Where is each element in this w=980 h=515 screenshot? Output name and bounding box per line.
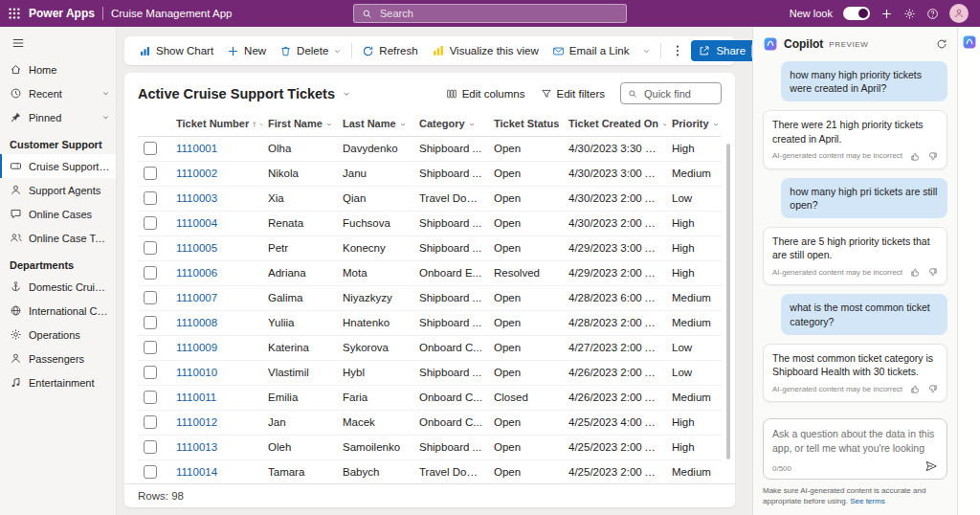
- global-search[interactable]: [353, 4, 627, 23]
- row-checkbox[interactable]: [144, 241, 157, 255]
- email-link-button[interactable]: Email a Link: [546, 39, 636, 62]
- sidebar-item-pinned[interactable]: Pinned: [0, 105, 116, 129]
- table-row[interactable]: 1110002NikolaJanuShipboard ...Open4/30/2…: [138, 161, 722, 186]
- help-icon[interactable]: [926, 8, 939, 20]
- sidebar-item-entertainment[interactable]: Entertainment: [0, 370, 116, 394]
- quick-find[interactable]: [620, 82, 722, 104]
- row-checkbox[interactable]: [144, 316, 157, 329]
- sidebar-item-support-agents[interactable]: Support Agents: [0, 178, 116, 202]
- ticket-number-link[interactable]: 1110002: [176, 168, 217, 179]
- table-row[interactable]: 1110014TamaraBabychTravel Docu...Open4/2…: [138, 459, 722, 483]
- ticket-number-link[interactable]: 1110007: [176, 292, 217, 303]
- sidebar-item-passengers[interactable]: Passengers: [0, 347, 116, 370]
- copilot-toggle-icon[interactable]: [962, 34, 977, 50]
- table-row[interactable]: 1110011EmiliaFariaOnboard C...Closed4/26…: [138, 385, 722, 410]
- ticket-number-link[interactable]: 1110013: [176, 441, 217, 453]
- row-checkbox[interactable]: [144, 415, 157, 429]
- table-row[interactable]: 1110009KaterinaSykorovaOnboard C...Open4…: [138, 335, 722, 360]
- row-checkbox[interactable]: [144, 366, 157, 379]
- quick-find-input[interactable]: [642, 87, 709, 101]
- show-chart-label: Show Chart: [156, 45, 213, 56]
- table-row[interactable]: 1110004RenataFuchsovaShipboard ...Open4/…: [138, 211, 722, 235]
- more-commands-button[interactable]: [664, 39, 691, 62]
- sidebar-item-online-cases[interactable]: Online Cases: [0, 202, 116, 226]
- column-header-last-name[interactable]: Last Name: [337, 111, 413, 136]
- thumbs-down-icon[interactable]: [927, 151, 938, 162]
- show-chart-button[interactable]: Show Chart: [132, 39, 220, 62]
- table-row[interactable]: 1110006AdrianaMotaOnboard E...Resolved4/…: [138, 260, 722, 285]
- row-checkbox[interactable]: [144, 142, 157, 155]
- ticket-number-link[interactable]: 1110011: [176, 392, 216, 403]
- edit-filters-button[interactable]: Edit filters: [541, 88, 606, 100]
- waffle-menu-button[interactable]: [0, 0, 29, 27]
- thumbs-up-icon[interactable]: [910, 384, 921, 394]
- view-selector[interactable]: Active Cruise Support Tickets: [138, 86, 351, 101]
- new-button[interactable]: New: [220, 39, 273, 62]
- ticket-number-link[interactable]: 1110012: [176, 416, 217, 428]
- sidebar-item-cruise-support-tickets[interactable]: Cruise Support Tickets: [0, 154, 116, 178]
- table-row[interactable]: 1110003XiaQianTravel Docu...Open4/30/202…: [138, 186, 722, 211]
- ticket-number-link[interactable]: 1110001: [176, 143, 217, 154]
- column-header-ticket-status[interactable]: Ticket Status: [488, 111, 563, 136]
- global-search-input[interactable]: [378, 7, 618, 20]
- row-checkbox[interactable]: [144, 465, 157, 479]
- copilot-messages: how many high priority tickets were crea…: [753, 57, 957, 414]
- column-header-ticket-created-on[interactable]: Ticket Created On: [563, 111, 666, 136]
- column-header-first-name[interactable]: First Name: [262, 111, 337, 136]
- column-header-priority[interactable]: Priority: [666, 111, 722, 136]
- ticket-number-link[interactable]: 1110004: [176, 217, 217, 229]
- visualize-view-button[interactable]: Visualize this view: [425, 39, 546, 62]
- sidebar-item-operations[interactable]: Operations: [0, 323, 116, 347]
- refresh-button[interactable]: Refresh: [355, 39, 424, 62]
- sidebar-item-domestic-cruises[interactable]: Domestic Cruises: [0, 275, 116, 299]
- add-icon[interactable]: [880, 8, 893, 20]
- copilot-input[interactable]: [772, 427, 938, 458]
- thumbs-down-icon[interactable]: [927, 267, 938, 278]
- settings-icon[interactable]: [903, 8, 916, 20]
- column-header-category[interactable]: Category: [413, 111, 488, 136]
- row-checkbox[interactable]: [144, 440, 157, 454]
- row-checkbox[interactable]: [144, 266, 157, 280]
- ticket-number-link[interactable]: 1110010: [176, 367, 217, 378]
- table-row[interactable]: 1110007GalimaNiyazkyzyShipboard ...Open4…: [138, 285, 722, 310]
- delete-button[interactable]: Delete: [273, 39, 348, 62]
- email-link-dropdown[interactable]: [635, 39, 657, 62]
- table-row[interactable]: 1110008YuliiaHnatenkoShipboard ...Open4/…: [138, 310, 722, 335]
- row-checkbox[interactable]: [144, 191, 157, 205]
- row-checkbox[interactable]: [144, 291, 157, 304]
- new-look-toggle[interactable]: [843, 7, 870, 20]
- app-name[interactable]: Power Apps: [29, 7, 95, 20]
- thumbs-up-icon[interactable]: [910, 267, 921, 278]
- sidebar-item-home[interactable]: Home: [0, 57, 116, 81]
- sidebar-item-recent[interactable]: Recent: [0, 81, 116, 105]
- table-scrollbar[interactable]: [726, 144, 730, 459]
- nav-toggle-button[interactable]: [2, 31, 34, 56]
- sidebar-item-online-case-teams[interactable]: Online Case Teams: [0, 226, 116, 250]
- restart-conversation-icon[interactable]: [936, 38, 947, 50]
- sidebar-item-international-cruises[interactable]: International Cruises: [0, 299, 116, 323]
- table-row[interactable]: 1110010VlastimilHyblShipboard ...Open4/2…: [138, 360, 722, 385]
- edit-columns-button[interactable]: Edit columns: [446, 88, 525, 100]
- table-row[interactable]: 1110005PetrKonecnyShipboard ...Open4/29/…: [138, 235, 722, 260]
- ticket-number-link[interactable]: 1110009: [176, 342, 217, 353]
- row-checkbox[interactable]: [144, 216, 157, 230]
- row-checkbox[interactable]: [144, 167, 157, 180]
- table-row[interactable]: 1110012JanMacekOnboard C...Open4/25/2023…: [138, 410, 722, 435]
- table-row[interactable]: 1110001OlhaDavydenkoShipboard ...Open4/3…: [138, 136, 722, 161]
- ticket-number-link[interactable]: 1110003: [176, 192, 217, 204]
- column-header-ticket-number[interactable]: Ticket Number↑: [170, 111, 262, 136]
- row-checkbox[interactable]: [144, 391, 157, 404]
- ticket-number-link[interactable]: 1110008: [176, 317, 217, 328]
- send-icon[interactable]: [924, 459, 938, 473]
- thumbs-down-icon[interactable]: [927, 384, 938, 394]
- account-avatar[interactable]: [949, 4, 969, 23]
- ticket-number-link[interactable]: 1110014: [176, 466, 217, 478]
- row-checkbox[interactable]: [144, 341, 157, 354]
- sidebar-item-label: Home: [29, 64, 110, 76]
- thumbs-up-icon[interactable]: [910, 151, 921, 162]
- copilot-input-box[interactable]: 0/500: [763, 418, 947, 480]
- table-row[interactable]: 1110013OlehSamoilenkoShipboard ...Open4/…: [138, 435, 722, 459]
- see-terms-link[interactable]: See terms: [850, 497, 884, 505]
- ticket-number-link[interactable]: 1110006: [176, 267, 217, 279]
- ticket-number-link[interactable]: 1110005: [176, 242, 217, 254]
